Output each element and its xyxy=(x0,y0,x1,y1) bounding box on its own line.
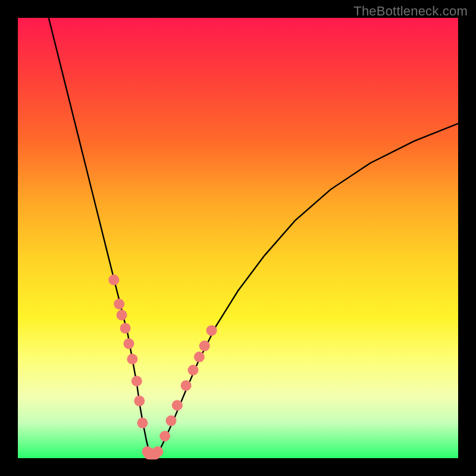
marker-dot xyxy=(108,274,119,285)
marker-dot xyxy=(131,376,142,387)
marker-dot xyxy=(123,339,134,349)
watermark-text: TheBottleneck.com xyxy=(353,4,468,19)
marker-dot xyxy=(194,352,205,362)
marker-dot xyxy=(114,299,124,309)
marker-dot xyxy=(152,446,163,457)
marker-dot xyxy=(134,396,145,406)
marker-dot xyxy=(181,380,192,391)
marker-dot xyxy=(117,310,127,321)
marker-dot xyxy=(166,415,177,426)
marker-dot xyxy=(159,431,170,441)
marker-dot xyxy=(199,340,210,351)
bottleneck-curve xyxy=(49,18,458,456)
marker-dot xyxy=(127,354,137,365)
chart-svg xyxy=(18,18,458,458)
marker-group xyxy=(108,274,217,459)
marker-dot xyxy=(206,325,217,336)
marker-dot xyxy=(120,323,131,334)
marker-dot xyxy=(188,365,199,375)
marker-dot xyxy=(137,418,148,428)
marker-dot xyxy=(172,400,183,411)
